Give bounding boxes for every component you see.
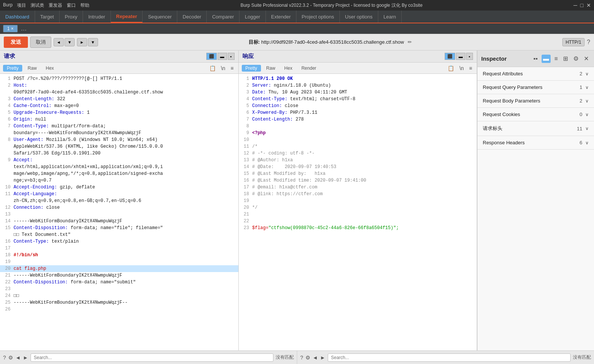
line-number: 6: [240, 109, 249, 116]
tab-project-options[interactable]: Project options: [296, 11, 340, 23]
inspector-row-0[interactable]: Request Attributes2∨: [477, 67, 594, 80]
line-number: [2, 197, 11, 204]
line-number: 8: [2, 136, 11, 143]
response-menu-icon[interactable]: ≡: [468, 64, 474, 72]
inspector-row-2[interactable]: Request Body Parameters2∨: [477, 94, 594, 107]
tab-dashboard[interactable]: Dashboard: [0, 11, 35, 23]
tab-user-options[interactable]: User options: [340, 11, 378, 23]
request-tab-hex[interactable]: Hex: [42, 65, 57, 72]
response-view-block[interactable]: ▪: [466, 53, 473, 60]
response-view-split[interactable]: ⬛: [445, 53, 455, 60]
response-search-input[interactable]: [328, 353, 571, 362]
response-tab-hex[interactable]: Hex: [281, 65, 296, 72]
line-content: <?php: [252, 130, 266, 136]
response-bottom-next[interactable]: ►: [320, 355, 325, 361]
request-bottom-next[interactable]: ►: [23, 355, 28, 361]
inspector-panel: Inspector ▪▪ ▬ ≡ ⊞ ⚙ ✕ Request Attribute…: [477, 50, 594, 350]
inspector-section: 请求标头11∨: [477, 121, 594, 136]
inspector-row-4[interactable]: 请求标头11∨: [477, 121, 594, 136]
line-content: ------WebKitFormBoundaryIK2tX4NwmpuWqzjF…: [14, 299, 127, 306]
inspector-row-1[interactable]: Request Query Parameters1∨: [477, 81, 594, 94]
response-tab-pretty[interactable]: Pretty: [242, 65, 261, 72]
close-button[interactable]: ✕: [586, 2, 591, 8]
table-row: 19: [0, 258, 238, 265]
inspector-section-label: Response Headers: [483, 140, 525, 145]
tab-proxy[interactable]: Proxy: [60, 11, 83, 23]
menu-project[interactable]: 项目: [17, 2, 26, 9]
edit-target-icon[interactable]: ✏: [408, 39, 412, 45]
inspector-view-panel[interactable]: ▬: [542, 55, 551, 63]
request-format-icon[interactable]: 📋: [208, 64, 217, 72]
request-tab-raw[interactable]: Raw: [24, 65, 40, 72]
tab-intruder[interactable]: Intruder: [83, 11, 111, 23]
send-button[interactable]: 发送: [4, 37, 28, 48]
cancel-button[interactable]: 取消: [30, 37, 51, 48]
line-content: □□: [14, 292, 19, 299]
tab-target[interactable]: Target: [35, 11, 60, 23]
nav-forward-down-button[interactable]: ▼: [88, 38, 98, 46]
inspector-header: Inspector ▪▪ ▬ ≡ ⊞ ⚙ ✕: [477, 50, 594, 67]
request-tab-actions: 📋 \n ≡: [208, 64, 235, 72]
table-row: 22Content-Disposition: form-data; name="…: [0, 279, 238, 286]
response-bottom-settings[interactable]: ⚙: [305, 355, 310, 361]
tab-extender[interactable]: Extender: [266, 11, 296, 23]
table-row: 2Host:: [0, 82, 238, 89]
menu-help[interactable]: 帮助: [80, 2, 89, 9]
request-view-list[interactable]: ▬: [218, 53, 227, 60]
tab-repeater[interactable]: Repeater: [111, 11, 143, 23]
table-row: 25------WebKitFormBoundaryIK2tX4NwmpuWqz…: [0, 299, 238, 306]
line-number: [2, 150, 11, 157]
tab-learn[interactable]: Learn: [378, 11, 402, 23]
tab-logger[interactable]: Logger: [239, 11, 266, 23]
menu-bar[interactable]: Burp 项目 测试类 重发器 窗口 帮助: [3, 2, 89, 9]
nav-back-button[interactable]: ◄: [54, 38, 64, 46]
maximize-button[interactable]: □: [580, 2, 583, 8]
minimize-button[interactable]: ─: [574, 2, 577, 8]
window-controls[interactable]: ─ □ ✕: [574, 2, 591, 8]
request-menu-icon[interactable]: ≡: [229, 64, 235, 72]
tab-sequencer[interactable]: Sequencer: [143, 11, 177, 23]
inspector-row-3[interactable]: Request Cookies0∨: [477, 108, 594, 121]
response-body[interactable]: 1HTTP/1.1 200 OK2Server: nginx/1.18.0 (U…: [239, 74, 477, 350]
inspector-row-5[interactable]: Response Headers6∨: [477, 136, 594, 149]
menu-repeater[interactable]: 重发器: [49, 2, 62, 9]
help-icon[interactable]: ?: [587, 39, 590, 46]
nav-forward-button[interactable]: ►: [77, 38, 87, 46]
response-bottom: ? ⚙ ◄ ► 没有匹配: [297, 351, 594, 364]
line-number: 20: [2, 265, 11, 272]
tab-comparer[interactable]: Comparer: [207, 11, 239, 23]
line-number: 22: [240, 218, 249, 225]
nav-back-down-button[interactable]: ▼: [64, 38, 75, 46]
request-view-split[interactable]: ⬛: [206, 53, 217, 60]
response-bottom-help[interactable]: ?: [300, 355, 303, 361]
menu-burp[interactable]: Burp: [3, 2, 12, 9]
sub-tab-more[interactable]: …: [21, 25, 27, 32]
inspector-align-icon[interactable]: ≡: [553, 55, 559, 63]
line-number: 21: [240, 211, 249, 218]
tab-decoder[interactable]: Decoder: [177, 11, 207, 23]
http-version-badge[interactable]: HTTP/1: [562, 38, 585, 46]
request-tab-pretty[interactable]: Pretty: [3, 65, 22, 72]
response-newline-icon[interactable]: \n: [458, 64, 465, 72]
menu-test[interactable]: 测试类: [31, 2, 44, 9]
response-view-list[interactable]: ▬: [456, 53, 465, 60]
request-panel: 请求 ⬛ ▬ ▪ Pretty Raw Hex 📋 \n ≡ 1POST /?c…: [0, 50, 239, 350]
menu-window[interactable]: 窗口: [67, 2, 76, 9]
request-view-block[interactable]: ▪: [228, 53, 235, 60]
request-bottom-settings[interactable]: ⚙: [8, 355, 13, 361]
inspector-view-split[interactable]: ▪▪: [532, 55, 539, 63]
sub-tab-1[interactable]: 1 ×: [3, 25, 18, 32]
request-bottom-help[interactable]: ?: [3, 355, 6, 361]
inspector-adjust-icon[interactable]: ⊞: [562, 54, 569, 63]
response-tab-raw[interactable]: Raw: [262, 65, 279, 72]
inspector-close-icon[interactable]: ✕: [582, 54, 590, 63]
request-body[interactable]: 1POST /?c=.%20/???/????????[@-[] HTTP/1.…: [0, 74, 238, 350]
request-search-input[interactable]: [31, 353, 273, 362]
inspector-settings-icon[interactable]: ⚙: [572, 54, 580, 63]
response-bottom-prev[interactable]: ◄: [313, 355, 318, 361]
response-format-icon[interactable]: 📋: [446, 64, 456, 72]
request-newline-icon[interactable]: \n: [219, 64, 227, 72]
table-row: 16# @Last Modified time: 2020-09-07 19:4…: [239, 177, 477, 184]
request-bottom-prev[interactable]: ◄: [15, 355, 21, 361]
response-tab-render[interactable]: Render: [298, 65, 320, 72]
